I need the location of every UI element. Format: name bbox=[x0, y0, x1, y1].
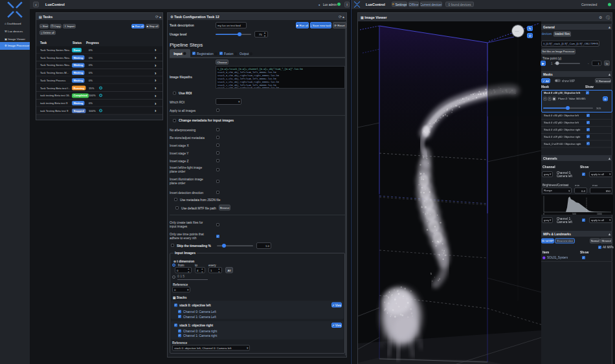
svg-text:500: 500 bbox=[572, 213, 576, 215]
svg-text:0: 0 bbox=[543, 213, 544, 215]
svg-text:1000: 1000 bbox=[597, 213, 602, 215]
